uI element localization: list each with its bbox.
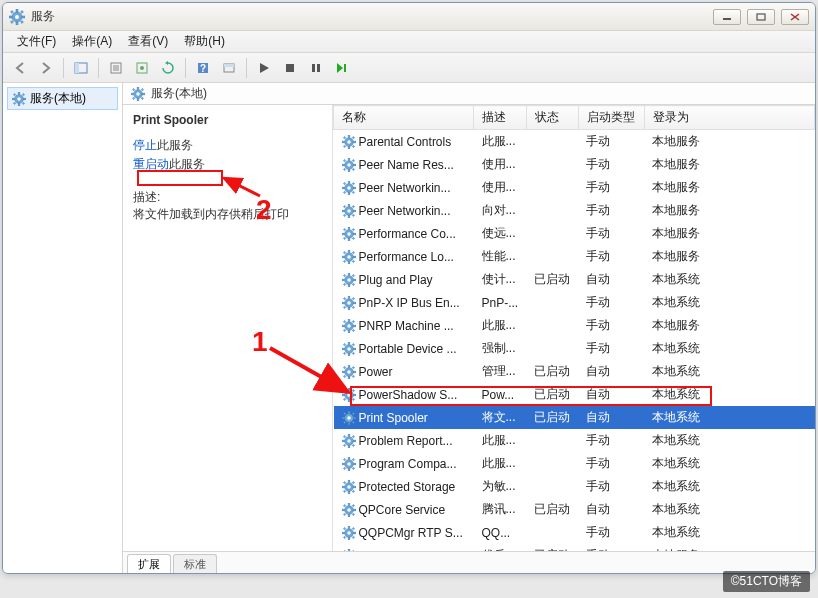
table-row[interactable]: Problem Report...此服...手动本地系统 <box>334 429 815 452</box>
gear-icon <box>342 365 356 379</box>
description-label: 描述: <box>133 189 322 206</box>
main-header-label: 服务(本地) <box>151 85 207 102</box>
export-list-button[interactable] <box>105 57 127 79</box>
gear-icon <box>342 388 356 402</box>
toolbar: ? <box>3 53 815 83</box>
col-desc[interactable]: 描述 <box>474 106 527 130</box>
stop-service-button[interactable] <box>279 57 301 79</box>
titlebar: 服务 <box>3 3 815 31</box>
service-name: Peer Networkin... <box>359 204 451 218</box>
table-row[interactable]: Protected Storage为敏...手动本地系统 <box>334 475 815 498</box>
gear-icon <box>342 250 356 264</box>
service-name: Portable Device ... <box>359 342 457 356</box>
gear-icon <box>342 503 356 517</box>
gear-icon <box>342 227 356 241</box>
toolbar-icon[interactable] <box>218 57 240 79</box>
table-row[interactable]: PNRP Machine ...此服...手动本地服务 <box>334 314 815 337</box>
properties-button[interactable] <box>131 57 153 79</box>
menu-help[interactable]: 帮助(H) <box>176 31 233 52</box>
table-row[interactable]: Quality Windows...优质...已启动手动本地服务 <box>334 544 815 551</box>
svg-rect-11 <box>757 14 765 20</box>
service-name: Quality Windows... <box>359 549 458 552</box>
tab-standard[interactable]: 标准 <box>173 554 217 574</box>
service-name: Program Compa... <box>359 457 457 471</box>
minimize-button[interactable] <box>713 9 741 25</box>
table-row[interactable]: Peer Networkin...向对...手动本地服务 <box>334 199 815 222</box>
service-name: QQPCMgr RTP S... <box>359 526 463 540</box>
svg-rect-28 <box>317 64 320 72</box>
refresh-button[interactable] <box>157 57 179 79</box>
service-name: Problem Report... <box>359 434 453 448</box>
menu-view[interactable]: 查看(V) <box>120 31 176 52</box>
table-row[interactable]: Power管理...已启动自动本地系统 <box>334 360 815 383</box>
svg-text:?: ? <box>200 63 206 74</box>
stop-service-link[interactable]: 停止 <box>133 138 157 152</box>
tree-pane: 服务(本地) <box>3 83 123 573</box>
gear-icon <box>342 296 356 310</box>
gear-icon <box>342 549 356 552</box>
restart-service-button[interactable] <box>331 57 353 79</box>
main-header: 服务(本地) <box>123 83 815 105</box>
close-button[interactable] <box>781 9 809 25</box>
table-row[interactable]: PnP-X IP Bus En...PnP-...手动本地系统 <box>334 291 815 314</box>
gear-icon <box>342 204 356 218</box>
gear-icon <box>342 434 356 448</box>
maximize-button[interactable] <box>747 9 775 25</box>
table-row[interactable]: Parental Controls此服...手动本地服务 <box>334 130 815 154</box>
gear-icon <box>342 411 356 425</box>
back-button[interactable] <box>9 57 31 79</box>
col-start[interactable]: 启动类型 <box>578 106 644 130</box>
service-name: Power <box>359 365 393 379</box>
service-name: PowerShadow S... <box>359 388 458 402</box>
col-state[interactable]: 状态 <box>526 106 578 130</box>
service-name: Performance Lo... <box>359 250 454 264</box>
table-row[interactable]: Peer Name Res...使用...手动本地服务 <box>334 153 815 176</box>
service-name: PNRP Machine ... <box>359 319 454 333</box>
service-name: QPCore Service <box>359 503 446 517</box>
services-window: 服务 文件(F) 操作(A) 查看(V) 帮助(H) ? <box>2 2 816 574</box>
table-row[interactable]: Performance Lo...性能...手动本地服务 <box>334 245 815 268</box>
table-row[interactable]: Print Spooler将文...已启动自动本地系统 <box>334 406 815 429</box>
detail-pane: Print Spooler 停止此服务 重启动此服务 描述: 将文件加载到内存供… <box>123 105 333 551</box>
service-name: Print Spooler <box>359 411 428 425</box>
show-hide-tree-button[interactable] <box>70 57 92 79</box>
tab-extended[interactable]: 扩展 <box>127 554 171 574</box>
gear-icon <box>342 158 356 172</box>
service-list[interactable]: 名称 描述 状态 启动类型 登录为 Parental Controls此服...… <box>333 105 815 551</box>
col-name[interactable]: 名称 <box>334 106 474 130</box>
table-row[interactable]: QPCore Service腾讯...已启动自动本地系统 <box>334 498 815 521</box>
selected-service-name: Print Spooler <box>133 113 322 127</box>
restart-service-link[interactable]: 重启动 <box>133 157 169 171</box>
window-title: 服务 <box>31 8 713 25</box>
svg-rect-29 <box>344 64 346 72</box>
forward-button[interactable] <box>35 57 57 79</box>
svg-rect-25 <box>224 64 234 67</box>
table-row[interactable]: Plug and Play使计...已启动自动本地系统 <box>334 268 815 291</box>
service-name: Parental Controls <box>359 135 452 149</box>
svg-rect-27 <box>312 64 315 72</box>
menu-action[interactable]: 操作(A) <box>64 31 120 52</box>
table-row[interactable]: Peer Networkin...使用...手动本地服务 <box>334 176 815 199</box>
service-name: Peer Name Res... <box>359 158 454 172</box>
service-name: Peer Networkin... <box>359 181 451 195</box>
gear-icon <box>131 87 145 101</box>
pause-service-button[interactable] <box>305 57 327 79</box>
gear-icon <box>342 342 356 356</box>
table-row[interactable]: Portable Device ...强制...手动本地系统 <box>334 337 815 360</box>
menu-file[interactable]: 文件(F) <box>9 31 64 52</box>
tab-strip: 扩展 标准 <box>123 551 815 573</box>
table-row[interactable]: PowerShadow S...Pow...已启动自动本地系统 <box>334 383 815 406</box>
tree-item-services-local[interactable]: 服务(本地) <box>7 87 118 110</box>
gear-icon <box>342 181 356 195</box>
col-logon[interactable]: 登录为 <box>644 106 814 130</box>
help-button[interactable]: ? <box>192 57 214 79</box>
table-row[interactable]: QQPCMgr RTP S...QQ...手动本地系统 <box>334 521 815 544</box>
service-name: Performance Co... <box>359 227 456 241</box>
gear-icon <box>342 319 356 333</box>
table-row[interactable]: Program Compa...此服...手动本地系统 <box>334 452 815 475</box>
gear-icon <box>342 457 356 471</box>
service-name: PnP-X IP Bus En... <box>359 296 460 310</box>
start-service-button[interactable] <box>253 57 275 79</box>
gear-icon <box>12 92 26 106</box>
table-row[interactable]: Performance Co...使远...手动本地服务 <box>334 222 815 245</box>
